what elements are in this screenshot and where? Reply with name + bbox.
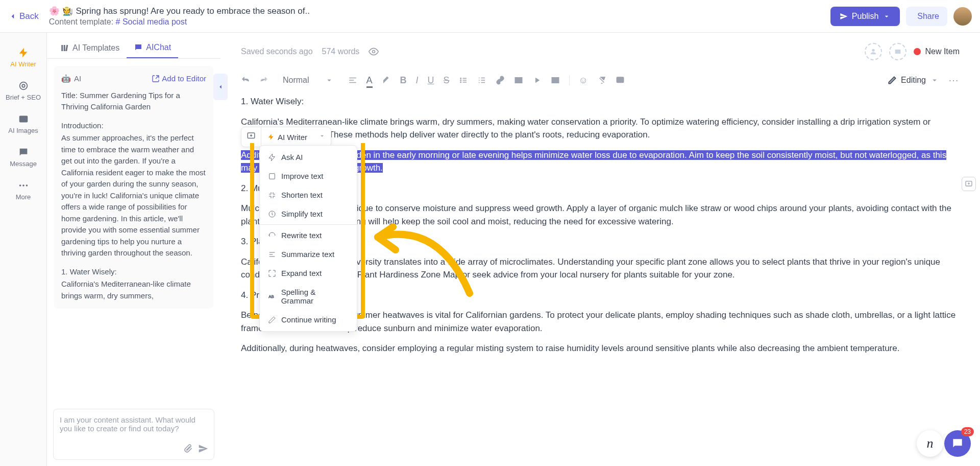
dropdown-shorten[interactable]: Shorten text	[260, 185, 357, 204]
chat-badge: 23	[961, 427, 974, 436]
chevron-down-icon	[325, 76, 334, 85]
publish-button[interactable]: Publish	[830, 7, 900, 26]
rail-more[interactable]: More	[0, 174, 46, 207]
sidebar-collapse[interactable]	[213, 74, 228, 100]
rail-label: More	[16, 193, 31, 201]
share-button[interactable]: Share	[906, 7, 947, 26]
svg-point-12	[460, 78, 461, 79]
chevron-down-icon	[930, 76, 939, 85]
dropdown-rewrite[interactable]: Rewrite text	[260, 226, 357, 245]
top-actions: Publish Share	[830, 7, 972, 26]
chat-input-wrap: I am your content assistant. What would …	[47, 403, 220, 466]
more-icon[interactable]: ⋯	[948, 74, 960, 86]
video-icon[interactable]	[532, 76, 542, 85]
emoji-icon[interactable]: ☺	[579, 75, 588, 86]
table-icon[interactable]	[551, 76, 560, 85]
svg-rect-6	[61, 45, 63, 51]
eye-icon[interactable]	[369, 46, 379, 57]
pill-chevron[interactable]	[313, 128, 331, 146]
chevron-down-icon	[883, 12, 891, 20]
bolt-icon	[267, 133, 275, 141]
style-label: Normal	[283, 76, 309, 85]
strike-icon[interactable]: S	[444, 75, 450, 86]
editing-mode[interactable]: Editing	[888, 76, 939, 85]
redo-icon[interactable]	[259, 76, 268, 85]
add-comment-button[interactable]	[962, 177, 976, 191]
editor-meta: Saved seconds ago 574 words New Item	[241, 43, 960, 60]
tab-label: AIChat	[146, 43, 171, 52]
new-item[interactable]: New Item	[914, 47, 960, 56]
ai-label: 🤖 AI	[61, 73, 81, 85]
svg-point-0	[19, 82, 27, 90]
italic-icon[interactable]: I	[416, 75, 419, 86]
dropdown-improve[interactable]: Improve text	[260, 167, 357, 185]
svg-rect-8	[65, 45, 68, 51]
ai-title: Title: Summer Gardening Tips for a Thriv…	[61, 90, 206, 113]
ai-block: 🤖 AI Add to Editor Title: Summer Gardeni…	[54, 66, 213, 309]
bold-icon[interactable]: B	[400, 75, 407, 86]
template-link[interactable]: # Social media post	[116, 17, 187, 26]
n-bubble[interactable]: n	[917, 430, 943, 457]
pill-ai-writer[interactable]: AI Writer	[261, 129, 313, 146]
dropdown-simplify[interactable]: Simplify text	[260, 204, 357, 223]
dropdown-continue[interactable]: Continue writing	[260, 310, 357, 329]
svg-point-4	[22, 184, 24, 187]
number-list-icon[interactable]	[477, 76, 486, 85]
person-icon	[869, 48, 877, 56]
back-label: Back	[19, 11, 39, 21]
target-icon	[18, 80, 29, 91]
underline-icon[interactable]: U	[428, 75, 434, 86]
send-icon[interactable]	[198, 444, 208, 454]
rail-label: Message	[10, 160, 37, 168]
highlight-icon[interactable]	[382, 76, 391, 85]
rail-ai-writer[interactable]: AI Writer	[0, 41, 46, 74]
align-icon[interactable]	[348, 76, 357, 85]
image-insert-icon[interactable]	[514, 76, 523, 85]
add-user-placeholder[interactable]	[865, 43, 882, 60]
svg-point-5	[26, 184, 28, 187]
rail-message[interactable]: Message	[0, 141, 46, 174]
floating-chat[interactable]: 23	[944, 430, 971, 457]
pill-plus[interactable]	[241, 127, 261, 147]
attachment-icon[interactable]	[183, 444, 193, 454]
back-button[interactable]: Back	[8, 11, 39, 21]
share-label: Share	[917, 12, 939, 21]
avatar[interactable]	[953, 7, 972, 26]
bullet-list-icon[interactable]	[459, 76, 468, 85]
rail-ai-images[interactable]: AI Images	[0, 107, 46, 141]
comment-icon[interactable]	[616, 76, 625, 85]
robot-icon: 🤖	[61, 73, 71, 85]
font-color-icon[interactable]: A	[366, 75, 373, 86]
svg-point-1	[22, 84, 25, 87]
rail-brief-seo[interactable]: Brief + SEO	[0, 74, 46, 107]
pencil-icon	[888, 76, 897, 85]
improve-icon	[268, 172, 276, 180]
svg-point-9	[373, 51, 375, 53]
spelling-icon: AB	[268, 292, 276, 300]
dropdown-summarize[interactable]: Summarize text	[260, 245, 357, 264]
add-to-editor-button[interactable]: Add to Editor	[152, 73, 206, 85]
editing-label: Editing	[901, 76, 926, 85]
title-text: Spring has sprung! Are you ready to embr…	[76, 6, 310, 16]
tab-aichat[interactable]: AIChat	[127, 38, 178, 58]
template-line: Content template: # Social media post	[49, 17, 830, 27]
add-image-placeholder[interactable]	[889, 43, 906, 60]
rewrite-icon	[268, 231, 276, 240]
dropdown-ask-ai[interactable]: Ask AI	[260, 148, 357, 167]
doc-p1: California's Mediterranean-like climate …	[241, 115, 960, 142]
chevron-left-icon	[8, 12, 17, 21]
tab-ai-templates[interactable]: AI Templates	[53, 38, 127, 58]
dropdown-expand[interactable]: Expand text	[260, 264, 357, 283]
insert-icon	[152, 75, 160, 83]
books-icon	[60, 43, 69, 53]
clear-format-icon[interactable]	[597, 76, 606, 85]
undo-icon[interactable]	[241, 76, 250, 85]
style-select[interactable]: Normal	[278, 74, 339, 87]
ai-block-header: 🤖 AI Add to Editor	[61, 73, 206, 85]
svg-rect-7	[64, 45, 65, 51]
editor-meta-right: New Item	[865, 43, 960, 60]
link-icon[interactable]	[496, 76, 505, 85]
dropdown-spelling[interactable]: ABSpelling & Grammar	[260, 283, 357, 310]
tab-label: AI Templates	[72, 43, 119, 53]
sidebar: AI Templates AIChat 🤖 AI Add to Edit	[47, 33, 220, 466]
